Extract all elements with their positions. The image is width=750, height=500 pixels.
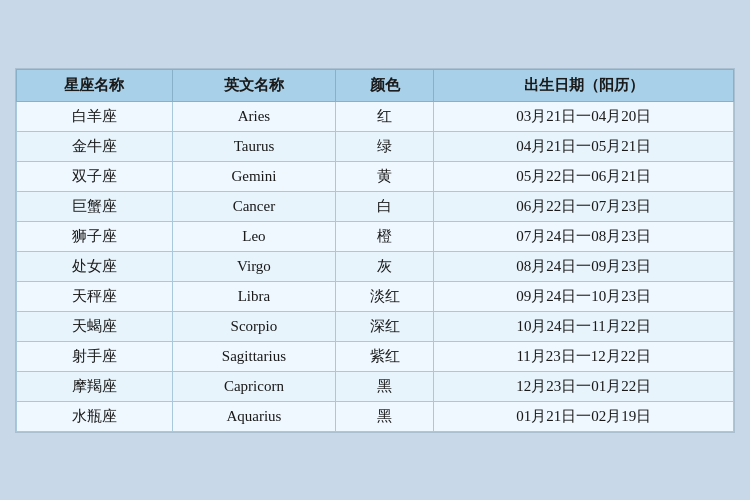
cell-color: 黑 (336, 371, 434, 401)
cell-chinese-name: 巨蟹座 (17, 191, 173, 221)
cell-color: 黄 (336, 161, 434, 191)
cell-dates: 11月23日一12月22日 (434, 341, 734, 371)
table-row: 狮子座Leo橙07月24日一08月23日 (17, 221, 734, 251)
table-row: 金牛座Taurus绿04月21日一05月21日 (17, 131, 734, 161)
cell-dates: 09月24日一10月23日 (434, 281, 734, 311)
cell-color: 绿 (336, 131, 434, 161)
cell-english-name: Taurus (172, 131, 336, 161)
table-row: 处女座Virgo灰08月24日一09月23日 (17, 251, 734, 281)
cell-chinese-name: 天秤座 (17, 281, 173, 311)
cell-dates: 10月24日一11月22日 (434, 311, 734, 341)
cell-color: 灰 (336, 251, 434, 281)
cell-color: 淡红 (336, 281, 434, 311)
cell-chinese-name: 摩羯座 (17, 371, 173, 401)
cell-english-name: Aries (172, 101, 336, 131)
header-english-name: 英文名称 (172, 69, 336, 101)
cell-english-name: Sagittarius (172, 341, 336, 371)
table-row: 水瓶座Aquarius黑01月21日一02月19日 (17, 401, 734, 431)
cell-color: 紫红 (336, 341, 434, 371)
cell-chinese-name: 水瓶座 (17, 401, 173, 431)
table-row: 白羊座Aries红03月21日一04月20日 (17, 101, 734, 131)
cell-color: 橙 (336, 221, 434, 251)
cell-color: 红 (336, 101, 434, 131)
cell-chinese-name: 双子座 (17, 161, 173, 191)
cell-dates: 03月21日一04月20日 (434, 101, 734, 131)
cell-chinese-name: 射手座 (17, 341, 173, 371)
table-row: 天秤座Libra淡红09月24日一10月23日 (17, 281, 734, 311)
table-row: 巨蟹座Cancer白06月22日一07月23日 (17, 191, 734, 221)
table-row: 射手座Sagittarius紫红11月23日一12月22日 (17, 341, 734, 371)
cell-english-name: Leo (172, 221, 336, 251)
table-header-row: 星座名称 英文名称 颜色 出生日期（阳历） (17, 69, 734, 101)
cell-dates: 04月21日一05月21日 (434, 131, 734, 161)
cell-english-name: Cancer (172, 191, 336, 221)
cell-english-name: Aquarius (172, 401, 336, 431)
table-row: 摩羯座Capricorn黑12月23日一01月22日 (17, 371, 734, 401)
cell-chinese-name: 狮子座 (17, 221, 173, 251)
cell-dates: 12月23日一01月22日 (434, 371, 734, 401)
cell-color: 白 (336, 191, 434, 221)
cell-chinese-name: 天蝎座 (17, 311, 173, 341)
zodiac-table: 星座名称 英文名称 颜色 出生日期（阳历） 白羊座Aries红03月21日一04… (16, 69, 734, 432)
cell-dates: 05月22日一06月21日 (434, 161, 734, 191)
cell-dates: 08月24日一09月23日 (434, 251, 734, 281)
cell-english-name: Capricorn (172, 371, 336, 401)
cell-chinese-name: 金牛座 (17, 131, 173, 161)
header-color: 颜色 (336, 69, 434, 101)
zodiac-table-container: 星座名称 英文名称 颜色 出生日期（阳历） 白羊座Aries红03月21日一04… (15, 68, 735, 433)
cell-chinese-name: 白羊座 (17, 101, 173, 131)
table-row: 双子座Gemini黄05月22日一06月21日 (17, 161, 734, 191)
cell-dates: 06月22日一07月23日 (434, 191, 734, 221)
cell-color: 黑 (336, 401, 434, 431)
table-row: 天蝎座Scorpio深红10月24日一11月22日 (17, 311, 734, 341)
cell-english-name: Libra (172, 281, 336, 311)
header-dates: 出生日期（阳历） (434, 69, 734, 101)
cell-english-name: Virgo (172, 251, 336, 281)
cell-dates: 07月24日一08月23日 (434, 221, 734, 251)
cell-chinese-name: 处女座 (17, 251, 173, 281)
cell-color: 深红 (336, 311, 434, 341)
cell-english-name: Gemini (172, 161, 336, 191)
header-chinese-name: 星座名称 (17, 69, 173, 101)
cell-english-name: Scorpio (172, 311, 336, 341)
cell-dates: 01月21日一02月19日 (434, 401, 734, 431)
